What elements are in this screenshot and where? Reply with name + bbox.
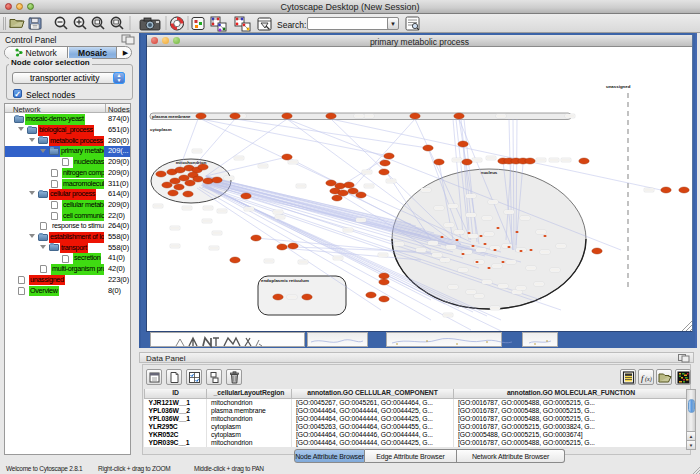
svg-text:nucleus: nucleus — [481, 170, 498, 175]
svg-text:unassigned: unassigned — [606, 84, 631, 89]
svg-text:endoplasmic reticulum: endoplasmic reticulum — [261, 278, 309, 283]
svg-text:plasma membrane: plasma membrane — [152, 114, 191, 119]
svg-text:(x): (x) — [645, 376, 652, 383]
svg-text:cytoplasm: cytoplasm — [150, 127, 172, 132]
